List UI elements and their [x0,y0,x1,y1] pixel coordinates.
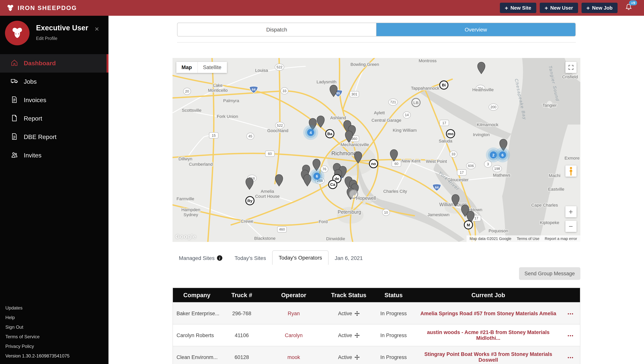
svg-text:10: 10 [384,210,388,215]
map-town-label: Hampden [181,207,200,212]
track-status-cell: Active [325,324,372,346]
map-town-label: Kilmarnock [476,122,498,127]
tab-today-s-operators[interactable]: Today's Operators [272,250,328,265]
map-type-satellite-button[interactable]: Satellite [197,62,227,73]
sidebar-item-invites[interactable]: Invites [0,146,108,165]
route-shield: 45 [246,133,254,140]
route-shield: 522 [275,122,284,129]
company-cell: Clean Environm... [172,346,222,364]
svg-text:2: 2 [492,153,494,157]
pegman-control[interactable] [565,165,576,177]
new-site-button[interactable]: +New Site [500,3,536,13]
map-town-label: Aylett [374,110,385,115]
attribution-link[interactable]: Terms of Use [517,237,539,241]
row-menu-button[interactable]: ••• [566,311,576,316]
tab-managed-sites[interactable]: Managed Sitesi [173,251,228,265]
job-cell: Stingray Point Boat Works #3 from Stoney… [415,346,562,364]
map-town-label: Mechanicsville [340,142,369,147]
current-job-link[interactable]: Stingray Point Boat Works #3 from Stoney… [424,351,552,363]
tab-today-s-sites[interactable]: Today's Sites [228,251,272,265]
report-icon [11,114,18,123]
sidebar-item-report[interactable]: Report [0,109,108,128]
sidebar-item-label: Invites [24,152,42,159]
tab-overview[interactable]: Overview [376,23,575,36]
map-town-label: Tappahannock [411,86,439,91]
status-cell: In Progress [372,302,415,324]
sidebar-item-dashboard[interactable]: Dashboard [0,54,108,73]
map-type-map-button[interactable]: Map [176,62,197,73]
map-pin[interactable] [246,178,253,190]
fullscreen-button[interactable] [565,62,576,73]
map-pin[interactable] [478,62,485,74]
sidebar-nav: DashboardJobsInvoicesReportDBE ReportInv… [0,54,108,165]
map-town-label: Blackstone [254,236,275,241]
footer-link-help[interactable]: Help [5,313,70,322]
map[interactable]: 6495295643011715603606017460175223320721… [172,58,580,242]
tab-jan-6-2021[interactable]: Jan 6, 2021 [328,251,369,265]
current-job-link[interactable]: Amelia Springs Road #57 from Stoney Mate… [420,310,556,316]
attribution-link[interactable]: Report a map error [545,237,577,241]
svg-text:15: 15 [212,133,216,137]
map-site-marker[interactable]: Ry [246,197,254,205]
notifications-bell[interactable]: +9 [625,3,632,13]
close-icon[interactable]: ✕ [94,26,99,33]
operator-link[interactable]: Ryan [288,310,300,316]
sidebar-item-invoices[interactable]: Invoices [0,91,108,109]
tab-label: Managed Sites [179,255,215,261]
status-cell: In Progress [372,324,415,346]
map-town-label: Richmond [331,150,356,156]
new-job-button[interactable]: +New Job [582,3,618,13]
row-menu-button[interactable]: ••• [566,333,576,338]
map-site-marker[interactable]: Bi [440,81,448,89]
map-pin[interactable] [275,174,282,186]
google-logo: Google [176,233,196,240]
map-town-label: Fork Union [216,114,238,119]
map-empty-marker[interactable] [349,190,358,198]
operator-link[interactable]: Carolyn [285,332,303,338]
track-status-label: Active [338,310,352,316]
svg-text:360: 360 [351,137,357,141]
map-town-label: Court House [255,194,280,199]
route-shield: 64 [432,184,441,191]
svg-text:64: 64 [252,88,256,91]
divider [177,42,576,43]
footer-link-sign-out[interactable]: Sign Out [5,322,70,332]
map-cluster-marker[interactable]: 6 [309,169,324,184]
map-town-label: Lake [213,83,222,88]
map-cluster-marker[interactable]: 6 [495,147,510,162]
map-site-marker[interactable]: Ca [328,180,336,189]
map-town-label: Amelia [260,189,274,194]
footer-link-updates[interactable]: Updates [5,303,70,313]
map-site-marker-faded[interactable]: LB [412,98,420,107]
zoom-out-button[interactable]: − [565,221,576,232]
table-row: Carolyn Roberts41106CarolynActiveIn Prog… [172,324,580,346]
zoom-in-button[interactable]: + [565,206,576,217]
map-site-marker[interactable]: M [464,221,472,229]
map-site-marker[interactable]: Ba [326,130,334,138]
new-user-button[interactable]: +New User [540,3,578,13]
sidebar-item-dbe-report[interactable]: DBE Report [0,128,108,146]
map-town-label: Dillwyn [178,156,192,161]
sidebar-item-jobs[interactable]: Jobs [0,73,108,91]
map-site-marker[interactable]: mo [446,130,454,138]
svg-text:76: 76 [322,167,326,171]
send-group-message-button[interactable]: Send Group Message [519,267,580,280]
operator-link[interactable]: mook [287,354,300,360]
map-town-label: Crewe [240,219,253,224]
map-town-label: Montross [418,58,436,63]
tab-label: Today's Operators [279,255,322,261]
current-job-link[interactable]: austin woods - Acme #21-B from Stoney Ma… [427,329,550,341]
footer-link-privacy-policy[interactable]: Privacy Policy [5,342,70,351]
invites-icon [11,151,18,160]
track-status: Active [338,310,360,316]
map-town-label: Jamestown [427,212,449,217]
edit-profile-link[interactable]: Edit Profile [36,36,103,41]
tab-dispatch[interactable]: Dispatch [177,23,376,36]
truck-cell: 60128 [222,346,262,364]
row-menu-button[interactable]: ••• [566,354,576,360]
home-icon [11,59,18,68]
map-cluster-marker[interactable]: 4 [303,125,318,140]
footer-link-terms-of-service[interactable]: Terms of Service [5,332,70,342]
map-site-marker[interactable]: no [369,159,378,168]
route-shield: 460 [277,227,286,232]
